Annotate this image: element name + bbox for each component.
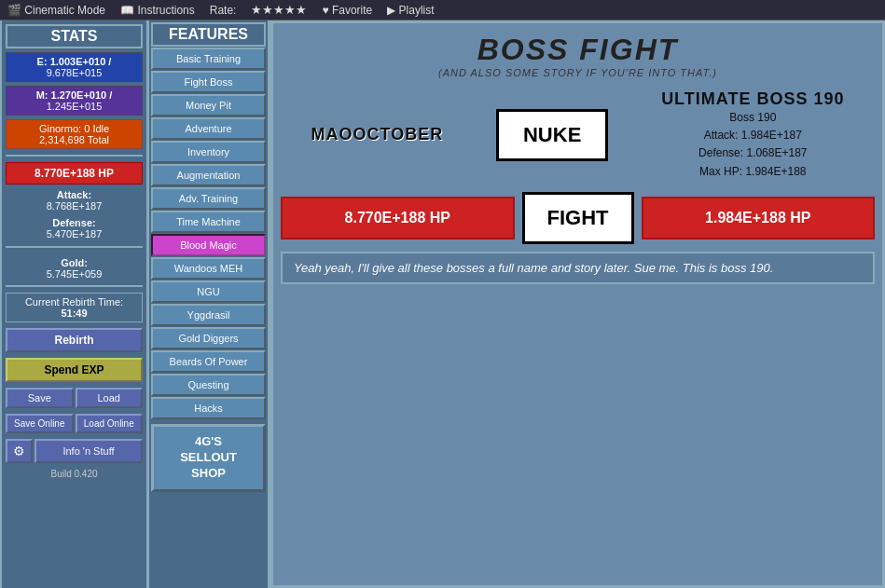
top-bar: 🎬 Cinematic Mode 📖 Instructions Rate: ★★… (0, 0, 885, 21)
stat-divider (6, 155, 143, 157)
player-name: MAOOCTOBER (311, 125, 443, 144)
instructions-btn[interactable]: 📖 Instructions (120, 4, 195, 17)
spend-exp-button[interactable]: Spend EXP (6, 358, 143, 382)
sellout-shop-button[interactable]: 4G'SSELLOUTSHOP (151, 424, 266, 492)
gold-stat: Gold: 5.745E+059 (6, 257, 143, 280)
boss-stats: Boss 190 Attack: 1.984E+187 Defense: 1.0… (661, 109, 844, 181)
feature-fight-boss[interactable]: Fight Boss (151, 71, 266, 93)
features-title: FEATURES (151, 22, 266, 47)
feature-yggdrasil[interactable]: Yggdrasil (151, 304, 266, 326)
stats-title: STATS (6, 24, 143, 48)
feature-wandoos-meh[interactable]: Wandoos MEH (151, 257, 266, 280)
save-online-button[interactable]: Save Online (6, 414, 74, 433)
rebirth-button[interactable]: Rebirth (6, 328, 143, 352)
load-button[interactable]: Load (76, 388, 144, 408)
rate-label: Rate: (210, 4, 237, 17)
boss-defense: Defense: 1.068E+187 (661, 144, 844, 162)
load-online-button[interactable]: Load Online (76, 414, 144, 433)
stat-divider-3 (6, 285, 143, 287)
cinematic-mode-btn[interactable]: 🎬 Cinematic Mode (7, 4, 105, 17)
feature-time-machine[interactable]: Time Machine (151, 211, 266, 233)
feature-gold-diggers[interactable]: Gold Diggers (151, 327, 266, 349)
nuke-button[interactable]: NUKE (496, 109, 608, 161)
player-hp-bar: 8.770E+188 HP (6, 162, 143, 185)
feature-inventory[interactable]: Inventory (151, 141, 266, 163)
playlist-btn[interactable]: ▶ Playlist (387, 4, 434, 17)
feature-beards-of-power[interactable]: Beards Of Power (151, 350, 266, 373)
rebirth-section: Current Rebirth Time: 51:49 (6, 293, 143, 322)
save-load-row: Save Load (6, 388, 143, 408)
boss-maxhp: Max HP: 1.984E+188 (661, 163, 844, 181)
hp-bars-row: 8.770E+188 HP FIGHT 1.984E+188 HP (273, 188, 882, 248)
boss-info: ULTIMATE BOSS 190 Boss 190 Attack: 1.984… (661, 89, 844, 181)
player-hp-display: 8.770E+188 HP (281, 197, 515, 239)
feature-basic-training[interactable]: Basic Training (151, 48, 266, 70)
build-version: Build 0.420 (6, 469, 143, 479)
feature-money-pit[interactable]: Money Pit (151, 94, 266, 116)
favorite-btn[interactable]: ♥ Favorite (322, 4, 372, 17)
info-stuff-button[interactable]: Info 'n Stuff (35, 439, 143, 463)
content-panel: BOSS FIGHT (AND ALSO SOME STORY IF YOU'R… (270, 21, 885, 588)
fight-button[interactable]: FIGHT (522, 192, 634, 244)
stars-rating[interactable]: ★★★★★ (251, 3, 307, 17)
feature-adv-training[interactable]: Adv. Training (151, 187, 266, 210)
stats-panel: STATS E: 1.003E+010 / 9.678E+015 M: 1.27… (0, 21, 149, 588)
main-layout: STATS E: 1.003E+010 / 9.678E+015 M: 1.27… (0, 21, 885, 588)
feature-questing[interactable]: Questing (151, 374, 266, 396)
settings-button[interactable]: ⚙ (6, 439, 33, 463)
feature-augmentation[interactable]: Augmentation (151, 164, 266, 186)
boss-attack: Attack: 1.984E+187 (661, 127, 844, 144)
boss-name: Boss 190 (661, 109, 844, 127)
feature-hacks[interactable]: Hacks (151, 397, 266, 419)
attack-stat: Attack: 8.768E+187 (6, 188, 143, 212)
feature-ngu[interactable]: NGU (151, 280, 266, 303)
feature-blood-magic[interactable]: Blood Magic (151, 234, 266, 256)
boss-fight-subtitle: (AND ALSO SOME STORY IF YOU'RE INTO THAT… (273, 67, 882, 78)
energy-stat: E: 1.003E+010 / 9.678E+015 (6, 52, 143, 82)
stat-divider-2 (6, 246, 143, 248)
settings-info-row: ⚙ Info 'n Stuff (6, 439, 143, 463)
save-load-online-row: Save Online Load Online (6, 414, 143, 433)
boss-fight-header: BOSS FIGHT (AND ALSO SOME STORY IF YOU'R… (273, 23, 882, 82)
boss-hp-display: 1.984E+188 HP (642, 197, 876, 239)
boss-fight-area: MAOOCTOBER NUKE ULTIMATE BOSS 190 Boss 1… (273, 82, 882, 188)
boss-title: ULTIMATE BOSS 190 (661, 89, 844, 109)
boss-fight-title: BOSS FIGHT (273, 33, 882, 67)
story-text: Yeah yeah, I'll give all these bosses a … (281, 252, 875, 284)
save-button[interactable]: Save (6, 388, 74, 408)
defense-stat: Defense: 5.470E+187 (6, 216, 143, 240)
ginormo-stat: Ginormo: 0 Idle 2,314,698 Total (6, 119, 143, 149)
magic-stat: M: 1.270E+010 / 1.245E+015 (6, 86, 143, 116)
feature-adventure[interactable]: Adventure (151, 117, 266, 140)
features-panel: FEATURES Basic Training Fight Boss Money… (149, 21, 270, 588)
